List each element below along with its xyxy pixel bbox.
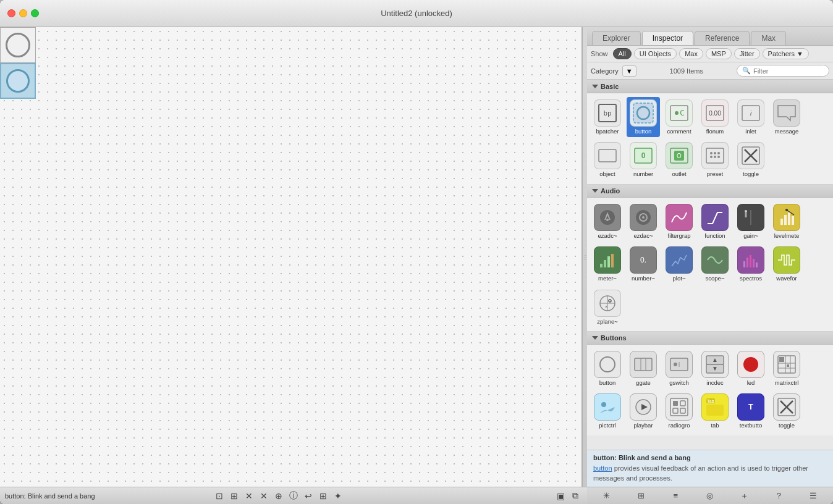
- item-toggle[interactable]: toggle: [734, 140, 767, 180]
- toolbar-icon-8[interactable]: ⊞: [316, 489, 330, 503]
- view-split-icon[interactable]: ⧉: [569, 489, 582, 503]
- item-preset[interactable]: preset: [698, 140, 732, 180]
- item-filtergrap[interactable]: filtergrap: [662, 201, 696, 242]
- ggate-icon: [630, 351, 657, 378]
- item-inlet[interactable]: i inlet: [734, 97, 767, 137]
- item-tab[interactable]: Tab tab: [698, 391, 732, 431]
- resize-handle[interactable]: ⋮: [582, 27, 587, 487]
- pictctrl-icon: [594, 393, 621, 421]
- audio-grid: ezadc~ ezdac~: [587, 198, 833, 331]
- category-buttons-label: Buttons: [601, 334, 627, 342]
- item-object[interactable]: object: [591, 140, 624, 180]
- item-button[interactable]: button: [627, 97, 660, 137]
- main-content: ⋮ button: Blink and send a bang ⊡ ⊞ ✕ ✕ …: [0, 27, 833, 504]
- svg-point-21: [717, 152, 720, 154]
- toolbar-icon-4[interactable]: ✕: [257, 489, 271, 503]
- info-link[interactable]: button: [593, 464, 612, 472]
- item-wavefor[interactable]: wavefor: [770, 244, 803, 284]
- filter-ui-objects[interactable]: UI Objects: [634, 48, 677, 59]
- rb-icon-4[interactable]: ◎: [703, 489, 717, 503]
- filter-patchers[interactable]: Patchers ▼: [763, 48, 809, 59]
- canvas-area[interactable]: [0, 27, 582, 487]
- maximize-button[interactable]: [31, 9, 39, 17]
- item-bpatcher[interactable]: bp bpatcher: [591, 97, 624, 137]
- item-ggate[interactable]: ggate: [627, 348, 660, 388]
- view-single-icon[interactable]: ▣: [554, 489, 567, 503]
- item-scope[interactable]: scope~: [698, 244, 732, 284]
- category-buttons-header[interactable]: Buttons: [587, 331, 833, 345]
- toolbar-icon-7[interactable]: ↩: [302, 489, 315, 503]
- svg-text:▲: ▲: [712, 356, 718, 363]
- toolbar-icon-5[interactable]: ⊕: [272, 489, 285, 503]
- comment-icon: C: [666, 99, 693, 127]
- ezdac-label: ezdac~: [634, 232, 653, 239]
- item-meter[interactable]: meter~: [591, 244, 624, 284]
- svg-point-19: [710, 152, 712, 154]
- item-led[interactable]: led: [734, 348, 767, 388]
- item-spectros[interactable]: spectros: [734, 244, 767, 284]
- item-textbutto[interactable]: T textbutto: [734, 391, 767, 431]
- rb-icon-3[interactable]: ≡: [669, 489, 682, 503]
- item-ezadc[interactable]: ezadc~: [591, 201, 624, 242]
- tab-bar: Explorer Inspector Reference Max: [587, 27, 833, 46]
- item-pictctrl[interactable]: pictctrl: [591, 391, 624, 431]
- button-circle-1: [6, 33, 30, 57]
- item-comment[interactable]: C comment: [662, 97, 696, 137]
- minimize-button[interactable]: [19, 9, 27, 17]
- item-btn-button[interactable]: button: [591, 348, 624, 388]
- toolbar-icon-2[interactable]: ⊞: [227, 489, 241, 503]
- category-audio-header[interactable]: Audio: [587, 184, 833, 198]
- tab-reference[interactable]: Reference: [695, 31, 750, 45]
- close-button[interactable]: [7, 9, 15, 17]
- filter-text-input[interactable]: [753, 67, 824, 75]
- item-function[interactable]: function: [698, 201, 732, 242]
- item-number[interactable]: 0 number: [627, 140, 660, 180]
- canvas-object-1[interactable]: [0, 27, 36, 63]
- rb-icon-6[interactable]: ？: [772, 489, 785, 503]
- item-gswitch[interactable]: gswitch: [662, 348, 696, 388]
- item-radiogro[interactable]: radiogro: [662, 391, 696, 431]
- item-message[interactable]: message: [770, 97, 803, 137]
- item-flonum[interactable]: 0.00 flonum: [698, 97, 732, 137]
- svg-point-20: [714, 152, 716, 154]
- message-icon: [773, 99, 800, 127]
- rb-icon-5[interactable]: ＋: [738, 489, 751, 503]
- toggle2-label: toggle: [779, 422, 795, 429]
- comment-label: comment: [667, 128, 691, 135]
- filtergrap-label: filtergrap: [668, 232, 691, 239]
- toggle-label: toggle: [743, 170, 759, 177]
- tab-max[interactable]: Max: [751, 31, 786, 45]
- item-incdec[interactable]: ▲ ▼ incdec: [698, 348, 732, 388]
- tab-explorer[interactable]: Explorer: [592, 31, 641, 45]
- category-basic-header[interactable]: Basic: [587, 80, 833, 93]
- toolbar-icon-6[interactable]: ⓘ: [287, 489, 300, 503]
- filter-all[interactable]: All: [613, 48, 632, 59]
- svg-rect-4: [670, 106, 688, 120]
- rb-icon-1[interactable]: ✳: [600, 489, 614, 503]
- canvas-object-2[interactable]: [0, 63, 36, 99]
- explorer-content[interactable]: Basic bp bpatcher: [587, 80, 833, 450]
- item-toggle2[interactable]: toggle: [770, 391, 803, 431]
- item-playbar[interactable]: playbar: [627, 391, 660, 431]
- item-matrixctrl[interactable]: matrixctrl: [770, 348, 803, 388]
- toolbar-icon-3[interactable]: ✕: [242, 489, 256, 503]
- toolbar-icon-9[interactable]: ✦: [331, 489, 345, 503]
- filter-jitter[interactable]: Jitter: [734, 48, 760, 59]
- toolbar-icon-1[interactable]: ⊡: [213, 489, 226, 503]
- tab-inspector[interactable]: Inspector: [642, 31, 693, 45]
- canvas-status-text: button: Blink and send a bang: [5, 492, 211, 500]
- filter-max[interactable]: Max: [679, 48, 703, 59]
- category-dropdown[interactable]: ▼: [622, 65, 636, 77]
- item-plot[interactable]: plot~: [662, 244, 696, 284]
- window-title: Untitled2 (unlocked): [381, 9, 452, 18]
- item-number-tilde[interactable]: 0. number~: [627, 244, 660, 284]
- item-zplane[interactable]: × zplane~: [591, 287, 624, 327]
- item-gain[interactable]: gain~: [734, 201, 767, 242]
- rb-icon-7[interactable]: ☰: [806, 489, 820, 503]
- playbar-label: playbar: [633, 422, 653, 429]
- item-ezdac[interactable]: ezdac~: [627, 201, 660, 242]
- filter-msp[interactable]: MSP: [706, 48, 732, 59]
- rb-icon-2[interactable]: ⊞: [635, 489, 648, 503]
- item-outlet[interactable]: O outlet: [662, 140, 696, 180]
- item-levelmete[interactable]: levelmete: [770, 201, 803, 242]
